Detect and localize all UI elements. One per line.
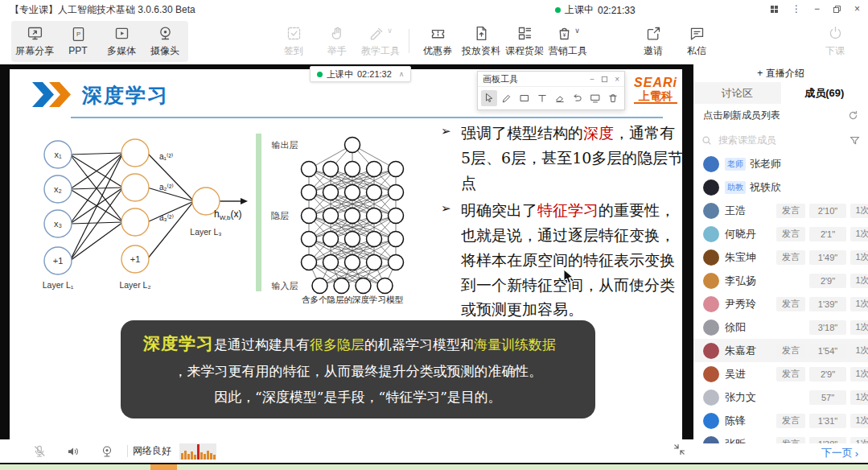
board-tools-title: 画板工具 bbox=[483, 73, 518, 85]
chat-bubble-icon bbox=[689, 25, 706, 42]
count-badge: 1次 bbox=[850, 414, 868, 428]
member-row[interactable]: 吴进 发言 2'9" 1次 bbox=[693, 362, 868, 385]
multimedia-button[interactable]: 多媒体 bbox=[100, 25, 143, 58]
member-row[interactable]: 陈锋 发言 1'31" 1次 bbox=[693, 409, 868, 432]
refresh-members-row[interactable]: 点击刷新成员列表 bbox=[693, 104, 868, 126]
svg-text:x₂: x₂ bbox=[54, 184, 62, 194]
search-input[interactable] bbox=[717, 134, 845, 146]
tool-board-icon[interactable] bbox=[587, 90, 603, 106]
network-status: 网络良好 bbox=[133, 444, 171, 458]
ppt-button[interactable]: P PPT bbox=[56, 25, 100, 58]
restore-icon[interactable] bbox=[833, 5, 841, 14]
avatar bbox=[703, 390, 719, 406]
member-row[interactable]: 尹秀玲 发言 1'39" 1次 bbox=[693, 292, 868, 315]
member-stats: 发言 2'9" 1次 bbox=[776, 367, 868, 381]
count-badge: 1次 bbox=[850, 297, 868, 311]
avatar bbox=[703, 343, 719, 359]
tool-text-icon[interactable] bbox=[534, 90, 550, 106]
marketing-tools-button[interactable]: ¥ ∨ 营销工具 bbox=[546, 25, 590, 58]
avatar bbox=[703, 156, 719, 172]
panel-close-icon[interactable]: × bbox=[615, 75, 619, 84]
invite-button[interactable]: 邀请 bbox=[631, 25, 675, 58]
next-page-link[interactable]: 下一页 › bbox=[693, 443, 868, 463]
logo-line1: SEARi bbox=[634, 76, 677, 90]
screen-share-button[interactable]: 屏幕分享 bbox=[13, 25, 56, 58]
panel-minimize-icon[interactable]: − bbox=[590, 75, 594, 84]
speak-badge: 发言 bbox=[776, 227, 805, 241]
board-tools-row bbox=[478, 87, 624, 109]
live-intro-link[interactable]: + 直播介绍 bbox=[693, 64, 868, 82]
tool-undo-icon[interactable] bbox=[570, 90, 586, 106]
svg-text:隐层: 隐层 bbox=[271, 211, 289, 221]
more-menu-icon[interactable]: ⋮ bbox=[792, 4, 801, 14]
member-stats: 发言 1'54" 1次 bbox=[776, 344, 868, 358]
member-row[interactable]: 老师 张老师 bbox=[693, 152, 868, 175]
bullet-text: 强调了模型结构的 bbox=[461, 124, 583, 142]
power-icon bbox=[827, 25, 844, 42]
avatar bbox=[703, 366, 719, 382]
sign-in-button[interactable]: 签到 bbox=[272, 25, 315, 58]
avatar bbox=[703, 249, 719, 266]
filter-icon[interactable] bbox=[849, 135, 860, 146]
collapse-chevron-icon[interactable]: ∧ bbox=[399, 70, 405, 78]
speak-badge: 发言 bbox=[776, 367, 805, 381]
member-row[interactable]: 朱宝坤 发言 1'49" 1次 bbox=[693, 245, 868, 269]
svg-text:Layer L₃: Layer L₃ bbox=[190, 227, 221, 237]
bullet-text: 明确突出了 bbox=[461, 201, 537, 219]
push-materials-button[interactable]: 投放资料 bbox=[459, 25, 503, 58]
svg-text:x₃: x₃ bbox=[54, 219, 62, 229]
tool-select-icon[interactable] bbox=[481, 90, 497, 106]
webcam-button[interactable]: 摄像头 bbox=[143, 25, 187, 58]
end-class-button[interactable]: 下课 bbox=[813, 25, 857, 58]
camera-icon[interactable] bbox=[100, 444, 114, 459]
svg-text:+1: +1 bbox=[53, 256, 64, 266]
main-area: 上课中 02:21:32 ∧ 画板工具 − × bbox=[0, 64, 868, 470]
collapse-panel-icon[interactable] bbox=[673, 443, 685, 459]
svg-text:a₃⁽²⁾: a₃⁽²⁾ bbox=[159, 213, 174, 222]
teaching-tools-button[interactable]: ∨ 教学工具 bbox=[359, 25, 402, 58]
refresh-icon[interactable] bbox=[848, 110, 858, 121]
avatar bbox=[703, 296, 719, 312]
layout-grid-icon[interactable] bbox=[770, 5, 779, 14]
member-row[interactable]: 助教 祝轶欣 bbox=[693, 175, 868, 199]
class-timer: 02:21:33 bbox=[598, 5, 636, 16]
member-stats: 发言 1'31" 1次 bbox=[776, 414, 868, 428]
member-row[interactable]: 张力文 57" 1次 bbox=[693, 385, 868, 409]
course-shelf-button[interactable]: 课程货架 bbox=[503, 25, 546, 58]
webcam-icon bbox=[157, 25, 174, 42]
slide-canvas[interactable]: 上课中 02:21:32 ∧ 画板工具 − × bbox=[10, 69, 682, 439]
duration-badge: 2'9" bbox=[809, 274, 846, 288]
member-row[interactable]: 朱嘉君 发言 1'54" 1次 bbox=[693, 339, 868, 362]
member-row[interactable]: 李弘扬 2'9" 1次 bbox=[693, 269, 868, 292]
coupon-button[interactable]: 优惠券 bbox=[416, 25, 459, 58]
board-tools-header[interactable]: 画板工具 − × bbox=[478, 72, 624, 87]
avatar bbox=[703, 203, 719, 219]
member-stats: 2'9" 1次 bbox=[776, 274, 868, 288]
count-badge: 1次 bbox=[850, 344, 868, 358]
duration-badge: 3'18" bbox=[809, 320, 846, 335]
minimize-icon[interactable]: − bbox=[814, 4, 820, 14]
search-icon bbox=[701, 135, 712, 146]
tool-eraser-icon[interactable] bbox=[552, 90, 568, 106]
speaker-icon[interactable] bbox=[66, 444, 80, 459]
tool-pen-icon[interactable] bbox=[499, 90, 515, 106]
role-badge: 助教 bbox=[725, 181, 746, 194]
member-name: 李弘扬 bbox=[725, 274, 756, 288]
member-row[interactable]: 张昕 发言 1'38" 1次 bbox=[693, 432, 868, 443]
tab-discussion[interactable]: 讨论区 bbox=[693, 82, 781, 104]
highlight-text: 深度 bbox=[583, 124, 614, 142]
member-row[interactable]: 徐阳 3'18" 1次 bbox=[693, 315, 868, 339]
microphone-muted-icon[interactable] bbox=[32, 444, 47, 459]
member-stats bbox=[776, 157, 868, 171]
close-icon[interactable]: × bbox=[854, 4, 860, 14]
tool-trash-icon[interactable] bbox=[605, 90, 621, 106]
member-row[interactable]: 何晓丹 发言 2'1" 1次 bbox=[693, 222, 868, 245]
live-dot-icon bbox=[555, 7, 561, 13]
panel-restore-icon[interactable] bbox=[601, 76, 608, 83]
tab-members[interactable]: 成员(69) bbox=[781, 82, 868, 104]
private-message-button[interactable]: 私信 bbox=[675, 25, 718, 58]
speak-badge: 发言 bbox=[776, 414, 805, 428]
member-row[interactable]: 王浩 发言 2'10" 1次 bbox=[693, 199, 868, 222]
tool-rect-icon[interactable] bbox=[516, 90, 533, 106]
raise-hand-button[interactable]: 举手 bbox=[315, 25, 359, 58]
